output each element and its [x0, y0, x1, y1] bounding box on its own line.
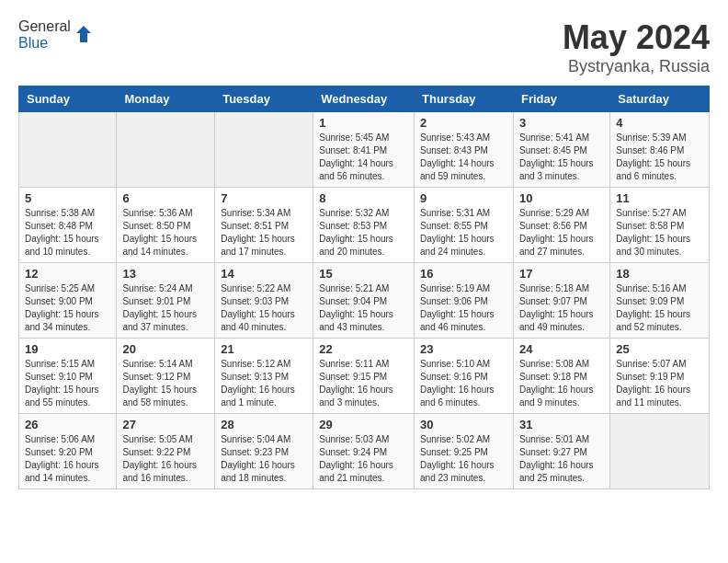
- calendar-cell: 7Sunrise: 5:34 AM Sunset: 8:51 PM Daylig…: [215, 188, 313, 263]
- day-detail: Sunrise: 5:11 AM Sunset: 9:15 PM Dayligh…: [319, 358, 408, 409]
- day-number: 30: [420, 418, 507, 431]
- day-number: 21: [221, 342, 307, 356]
- calendar-cell: 30Sunrise: 5:02 AM Sunset: 9:25 PM Dayli…: [415, 414, 514, 489]
- weekday-header-row: SundayMondayTuesdayWednesdayThursdayFrid…: [19, 86, 710, 112]
- day-number: 23: [420, 342, 507, 356]
- calendar-cell: 16Sunrise: 5:19 AM Sunset: 9:06 PM Dayli…: [415, 263, 514, 339]
- day-number: 3: [519, 116, 604, 130]
- weekday-header-monday: Monday: [117, 86, 215, 112]
- day-detail: Sunrise: 5:03 AM Sunset: 9:24 PM Dayligh…: [319, 433, 408, 485]
- calendar-cell: 10Sunrise: 5:29 AM Sunset: 8:56 PM Dayli…: [513, 188, 609, 263]
- day-number: 10: [519, 191, 604, 205]
- page-header: General Blue May 2024 Bystryanka, Russia: [18, 18, 710, 76]
- day-number: 13: [122, 267, 209, 281]
- day-number: 1: [319, 116, 408, 130]
- calendar-cell: 3Sunrise: 5:41 AM Sunset: 8:45 PM Daylig…: [513, 112, 609, 188]
- day-number: 14: [221, 267, 307, 281]
- day-detail: Sunrise: 5:36 AM Sunset: 8:50 PM Dayligh…: [122, 207, 209, 259]
- weekday-header-friday: Friday: [513, 86, 609, 112]
- calendar-cell: 31Sunrise: 5:01 AM Sunset: 9:27 PM Dayli…: [513, 414, 609, 489]
- day-number: 22: [319, 342, 408, 356]
- day-detail: Sunrise: 5:07 AM Sunset: 9:19 PM Dayligh…: [616, 358, 703, 409]
- day-detail: Sunrise: 5:22 AM Sunset: 9:03 PM Dayligh…: [221, 282, 307, 334]
- day-number: 29: [319, 418, 408, 431]
- day-number: 11: [616, 191, 703, 205]
- day-number: 17: [519, 267, 604, 281]
- calendar-cell: 23Sunrise: 5:10 AM Sunset: 9:16 PM Dayli…: [415, 339, 514, 414]
- day-detail: Sunrise: 5:34 AM Sunset: 8:51 PM Dayligh…: [221, 207, 307, 259]
- day-detail: Sunrise: 5:05 AM Sunset: 9:22 PM Dayligh…: [122, 433, 209, 485]
- week-row-4: 19Sunrise: 5:15 AM Sunset: 9:10 PM Dayli…: [19, 339, 710, 414]
- day-number: 16: [420, 267, 507, 281]
- day-detail: Sunrise: 5:12 AM Sunset: 9:13 PM Dayligh…: [221, 358, 307, 409]
- day-detail: Sunrise: 5:45 AM Sunset: 8:41 PM Dayligh…: [319, 132, 408, 183]
- calendar-cell: 26Sunrise: 5:06 AM Sunset: 9:20 PM Dayli…: [19, 414, 117, 489]
- calendar-cell: 5Sunrise: 5:38 AM Sunset: 8:48 PM Daylig…: [19, 188, 117, 263]
- day-detail: Sunrise: 5:21 AM Sunset: 9:04 PM Dayligh…: [319, 282, 408, 334]
- logo: General Blue: [18, 18, 95, 52]
- day-detail: Sunrise: 5:01 AM Sunset: 9:27 PM Dayligh…: [519, 433, 604, 485]
- calendar-cell: 22Sunrise: 5:11 AM Sunset: 9:15 PM Dayli…: [313, 339, 415, 414]
- calendar-cell: 1Sunrise: 5:45 AM Sunset: 8:41 PM Daylig…: [313, 112, 415, 188]
- calendar-cell: 11Sunrise: 5:27 AM Sunset: 8:58 PM Dayli…: [610, 188, 710, 263]
- day-detail: Sunrise: 5:43 AM Sunset: 8:43 PM Dayligh…: [420, 132, 507, 183]
- day-number: 15: [319, 267, 408, 281]
- calendar-cell: 13Sunrise: 5:24 AM Sunset: 9:01 PM Dayli…: [117, 263, 215, 339]
- calendar-title: May 2024: [563, 18, 710, 57]
- week-row-5: 26Sunrise: 5:06 AM Sunset: 9:20 PM Dayli…: [19, 414, 710, 489]
- logo-icon: [73, 24, 95, 46]
- day-detail: Sunrise: 5:16 AM Sunset: 9:09 PM Dayligh…: [616, 282, 703, 334]
- calendar-cell: 21Sunrise: 5:12 AM Sunset: 9:13 PM Dayli…: [215, 339, 313, 414]
- weekday-header-sunday: Sunday: [19, 86, 117, 112]
- day-number: 2: [420, 116, 507, 130]
- day-detail: Sunrise: 5:24 AM Sunset: 9:01 PM Dayligh…: [122, 282, 209, 334]
- logo-blue-text: Blue: [18, 35, 48, 51]
- day-number: 9: [420, 191, 507, 205]
- calendar-cell: 24Sunrise: 5:08 AM Sunset: 9:18 PM Dayli…: [513, 339, 609, 414]
- calendar-cell: [215, 112, 313, 188]
- calendar-cell: 4Sunrise: 5:39 AM Sunset: 8:46 PM Daylig…: [610, 112, 710, 188]
- calendar-cell: 15Sunrise: 5:21 AM Sunset: 9:04 PM Dayli…: [313, 263, 415, 339]
- calendar-subtitle: Bystryanka, Russia: [563, 57, 710, 76]
- weekday-header-wednesday: Wednesday: [313, 86, 415, 112]
- title-block: May 2024 Bystryanka, Russia: [563, 18, 710, 76]
- day-detail: Sunrise: 5:18 AM Sunset: 9:07 PM Dayligh…: [519, 282, 604, 334]
- calendar-table: SundayMondayTuesdayWednesdayThursdayFrid…: [18, 86, 710, 489]
- day-detail: Sunrise: 5:25 AM Sunset: 9:00 PM Dayligh…: [25, 282, 110, 334]
- day-number: 4: [616, 116, 703, 130]
- day-number: 27: [122, 418, 209, 431]
- calendar-cell: 28Sunrise: 5:04 AM Sunset: 9:23 PM Dayli…: [215, 414, 313, 489]
- day-detail: Sunrise: 5:06 AM Sunset: 9:20 PM Dayligh…: [25, 433, 110, 485]
- calendar-cell: 2Sunrise: 5:43 AM Sunset: 8:43 PM Daylig…: [415, 112, 514, 188]
- calendar-cell: 9Sunrise: 5:31 AM Sunset: 8:55 PM Daylig…: [415, 188, 514, 263]
- calendar-cell: [610, 414, 710, 489]
- weekday-header-thursday: Thursday: [415, 86, 514, 112]
- calendar-cell: 17Sunrise: 5:18 AM Sunset: 9:07 PM Dayli…: [513, 263, 609, 339]
- day-detail: Sunrise: 5:04 AM Sunset: 9:23 PM Dayligh…: [221, 433, 307, 485]
- calendar-cell: 6Sunrise: 5:36 AM Sunset: 8:50 PM Daylig…: [117, 188, 215, 263]
- day-detail: Sunrise: 5:29 AM Sunset: 8:56 PM Dayligh…: [519, 207, 604, 259]
- day-number: 20: [122, 342, 209, 356]
- calendar-cell: 18Sunrise: 5:16 AM Sunset: 9:09 PM Dayli…: [610, 263, 710, 339]
- calendar-cell: [117, 112, 215, 188]
- calendar-cell: 12Sunrise: 5:25 AM Sunset: 9:00 PM Dayli…: [19, 263, 117, 339]
- week-row-3: 12Sunrise: 5:25 AM Sunset: 9:00 PM Dayli…: [19, 263, 710, 339]
- day-detail: Sunrise: 5:02 AM Sunset: 9:25 PM Dayligh…: [420, 433, 507, 485]
- day-number: 12: [25, 267, 110, 281]
- day-detail: Sunrise: 5:27 AM Sunset: 8:58 PM Dayligh…: [616, 207, 703, 259]
- day-detail: Sunrise: 5:15 AM Sunset: 9:10 PM Dayligh…: [25, 358, 110, 409]
- day-detail: Sunrise: 5:39 AM Sunset: 8:46 PM Dayligh…: [616, 132, 703, 183]
- day-detail: Sunrise: 5:14 AM Sunset: 9:12 PM Dayligh…: [122, 358, 209, 409]
- weekday-header-tuesday: Tuesday: [215, 86, 313, 112]
- day-number: 7: [221, 191, 307, 205]
- day-number: 28: [221, 418, 307, 431]
- day-detail: Sunrise: 5:41 AM Sunset: 8:45 PM Dayligh…: [519, 132, 604, 183]
- calendar-cell: 8Sunrise: 5:32 AM Sunset: 8:53 PM Daylig…: [313, 188, 415, 263]
- logo-general-text: General: [18, 18, 71, 34]
- day-number: 8: [319, 191, 408, 205]
- day-number: 6: [122, 191, 209, 205]
- day-number: 31: [519, 418, 604, 431]
- week-row-2: 5Sunrise: 5:38 AM Sunset: 8:48 PM Daylig…: [19, 188, 710, 263]
- day-detail: Sunrise: 5:32 AM Sunset: 8:53 PM Dayligh…: [319, 207, 408, 259]
- calendar-cell: 27Sunrise: 5:05 AM Sunset: 9:22 PM Dayli…: [117, 414, 215, 489]
